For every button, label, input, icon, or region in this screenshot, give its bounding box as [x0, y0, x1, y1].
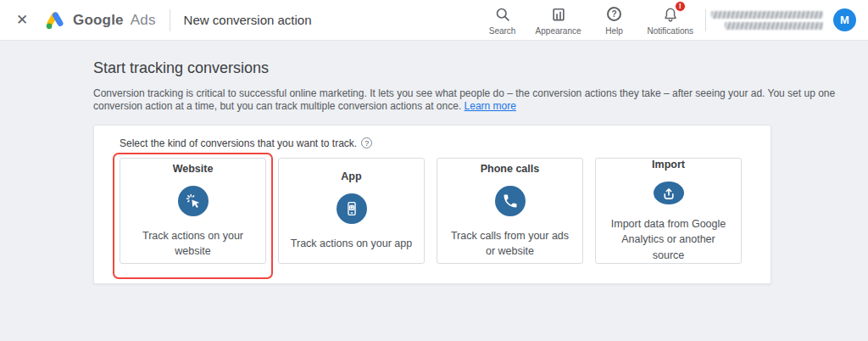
card-slot-app: App Track actions on your app [278, 158, 425, 264]
app-phone-icon [337, 193, 367, 224]
learn-more-link[interactable]: Learn more [465, 100, 516, 112]
avatar[interactable]: M [833, 8, 856, 31]
account-info-redacted [711, 11, 823, 30]
close-icon: ✕ [16, 11, 28, 29]
import-upload-icon [654, 182, 684, 205]
select-kind-label: Select the kind of conversions that you … [120, 137, 357, 149]
topbar: ✕ Google Ads New conversion action Searc… [0, 0, 868, 41]
main-content: Start tracking conversions Conversion tr… [0, 59, 868, 284]
appearance-button[interactable]: Appearance [536, 5, 581, 36]
help-label: Help [605, 26, 623, 36]
search-button[interactable]: Search [488, 5, 517, 36]
website-click-icon [178, 186, 209, 216]
topbar-actions: Search Appearance ? Help [488, 5, 693, 36]
notifications-button[interactable]: ! Notifications [648, 5, 693, 36]
notifications-label: Notifications [648, 26, 693, 36]
account-divider [705, 9, 706, 31]
brand-google: Google [73, 12, 124, 28]
select-kind-row: Select the kind of conversions that you … [120, 137, 742, 149]
card-slot-import: Import Import data from Google Analytics… [595, 158, 742, 264]
card-phone-calls[interactable]: Phone calls Track calls from your ads or… [437, 158, 583, 264]
conversion-cards-row: Website Trac [120, 158, 742, 264]
card-website[interactable]: Website Trac [120, 158, 266, 264]
search-label: Search [489, 26, 516, 36]
search-icon [493, 5, 512, 24]
phone-call-icon [495, 186, 526, 216]
help-button[interactable]: ? Help [600, 5, 629, 36]
select-kind-help-icon[interactable]: ? [361, 137, 372, 148]
appearance-label: Appearance [536, 26, 581, 36]
card-phone-calls-description: Track calls from your ads or website [437, 228, 582, 259]
card-app-description: Track actions on your app [281, 236, 422, 251]
card-phone-calls-title: Phone calls [481, 163, 539, 175]
card-import[interactable]: Import Import data from Google Analytics… [595, 158, 742, 264]
brand-wordmark: Google Ads [73, 12, 156, 29]
account-line-1 [711, 11, 823, 19]
card-website-title: Website [173, 163, 214, 175]
brand-ads: Ads [131, 12, 156, 28]
google-ads-logo-icon [44, 9, 66, 31]
page-title: New conversion action [184, 13, 312, 27]
notifications-bell-icon: ! [661, 5, 680, 24]
topbar-divider [170, 9, 170, 31]
appearance-icon [549, 5, 568, 24]
card-app[interactable]: App Track actions on your app [278, 158, 425, 264]
close-button[interactable]: ✕ [12, 10, 32, 31]
card-slot-website: Website Trac [120, 158, 266, 264]
account-line-2 [725, 22, 823, 30]
avatar-letter: M [840, 14, 849, 26]
conversion-kind-panel: Select the kind of conversions that you … [93, 125, 771, 284]
page-heading: Start tracking conversions [93, 59, 868, 77]
card-website-description: Track actions on your website [120, 228, 265, 259]
card-app-title: App [341, 170, 361, 182]
card-import-title: Import [652, 159, 685, 170]
card-slot-phone-calls: Phone calls Track calls from your ads or… [437, 158, 583, 264]
help-icon: ? [605, 5, 624, 24]
notification-badge: ! [675, 1, 686, 12]
card-import-description: Import data from Google Analytics or ano… [596, 216, 741, 262]
intro-paragraph: Conversion tracking is critical to succe… [93, 87, 861, 114]
